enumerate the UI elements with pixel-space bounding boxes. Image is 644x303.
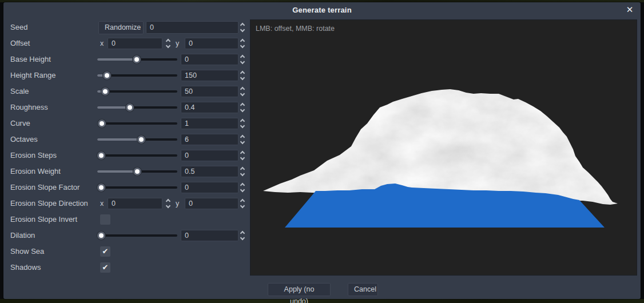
erosion-weight-spinner-icon[interactable]	[238, 164, 247, 180]
row-curve: Curve 1	[3, 115, 250, 131]
height-range-label: Height Range	[10, 67, 56, 83]
erosion-slope-direction-x-input[interactable]: 0	[108, 198, 162, 209]
erosion-slope-direction-label: Erosion Slope Direction	[10, 196, 88, 212]
row-show-sea: Show Sea ✔	[3, 244, 250, 260]
erosion-slope-direction-x-label: x	[100, 196, 104, 212]
row-scale: Scale 50	[3, 83, 250, 99]
scale-slider[interactable]	[97, 83, 177, 99]
seed-label: Seed	[10, 19, 27, 35]
roughness-slider[interactable]	[97, 99, 177, 115]
seed-spinner-icon[interactable]	[238, 19, 247, 35]
check-icon	[100, 214, 110, 225]
offset-x-spinner-icon[interactable]	[164, 35, 172, 51]
row-offset: Offset x 0 y 0	[3, 35, 250, 51]
octaves-label: Octaves	[10, 131, 38, 147]
base-height-slider[interactable]	[97, 51, 177, 67]
roughness-input[interactable]: 0.4	[181, 102, 238, 113]
erosion-slope-direction-x-spinner-icon[interactable]	[164, 196, 172, 212]
background-edge-bottom	[0, 299, 644, 303]
erosion-slope-factor-spinner-icon[interactable]	[238, 180, 247, 196]
erosion-slope-factor-slider[interactable]	[97, 180, 177, 196]
height-range-spinner-icon[interactable]	[238, 67, 247, 83]
check-icon: ✔	[100, 246, 110, 257]
terrain-preview-svg	[251, 20, 638, 276]
erosion-steps-spinner-icon[interactable]	[238, 147, 247, 164]
row-height-range: Height Range 150	[3, 67, 250, 83]
scale-label: Scale	[10, 83, 29, 99]
curve-spinner-icon[interactable]	[238, 115, 247, 131]
row-erosion-slope-invert: Erosion Slope Invert	[3, 212, 250, 228]
erosion-slope-factor-label: Erosion Slope Factor	[10, 180, 79, 196]
base-height-spinner-icon[interactable]	[238, 51, 247, 67]
shadows-checkbox[interactable]: ✔	[100, 262, 110, 273]
erosion-slope-factor-input[interactable]: 0	[181, 182, 238, 193]
erosion-weight-slider[interactable]	[97, 164, 177, 180]
shadows-label: Shadows	[10, 260, 41, 276]
octaves-spinner-icon[interactable]	[238, 131, 247, 147]
erosion-weight-input[interactable]: 0.5	[181, 166, 238, 177]
dilation-spinner-icon[interactable]	[238, 228, 247, 244]
offset-y-input[interactable]: 0	[185, 38, 238, 49]
erosion-slope-direction-y-input[interactable]: 0	[185, 198, 238, 209]
octaves-slider[interactable]	[97, 131, 177, 147]
close-icon[interactable]: ✕	[624, 4, 635, 15]
offset-label: Offset	[10, 35, 30, 51]
show-sea-checkbox[interactable]: ✔	[100, 246, 110, 257]
row-base-height: Base Height 0	[3, 51, 250, 67]
row-dilation: Dilation 0	[3, 228, 250, 244]
offset-y-spinner-icon[interactable]	[238, 35, 247, 51]
height-range-slider[interactable]	[97, 67, 177, 83]
row-seed: Seed Randomize 0	[3, 19, 250, 35]
dilation-slider[interactable]	[97, 228, 177, 244]
dialog-title: Generate terrain	[3, 2, 641, 18]
row-erosion-weight: Erosion Weight 0.5	[3, 164, 250, 180]
base-height-input[interactable]: 0	[181, 54, 238, 65]
cancel-button[interactable]: Cancel	[348, 283, 378, 296]
offset-y-label: y	[176, 35, 179, 51]
erosion-weight-label: Erosion Weight	[10, 164, 61, 180]
randomize-button[interactable]: Randomize	[98, 21, 144, 34]
erosion-steps-slider[interactable]	[97, 147, 177, 164]
apply-button[interactable]: Apply (no undo)	[268, 283, 331, 296]
scale-input[interactable]: 50	[181, 86, 238, 97]
terrain-preview-viewport[interactable]: LMB: offset, MMB: rotate	[250, 19, 637, 276]
dialog-footer: Apply (no undo) Cancel	[3, 283, 641, 296]
curve-slider[interactable]	[97, 115, 177, 131]
octaves-input[interactable]: 6	[181, 134, 238, 145]
check-icon: ✔	[100, 262, 110, 273]
roughness-spinner-icon[interactable]	[238, 99, 247, 115]
erosion-slope-invert-checkbox[interactable]	[100, 214, 110, 225]
seed-input[interactable]: 0	[146, 21, 238, 34]
erosion-slope-invert-label: Erosion Slope Invert	[10, 212, 77, 228]
row-octaves: Octaves 6	[3, 131, 250, 147]
dialog-titlebar: Generate terrain ✕	[3, 2, 641, 18]
row-erosion-steps: Erosion Steps 0	[3, 147, 250, 164]
row-erosion-slope-factor: Erosion Slope Factor 0	[3, 180, 250, 196]
scale-spinner-icon[interactable]	[238, 83, 247, 99]
generate-terrain-dialog: Generate terrain ✕ Seed Randomize 0 Offs…	[3, 2, 641, 299]
dilation-input[interactable]: 0	[181, 230, 238, 241]
offset-x-input[interactable]: 0	[108, 38, 162, 49]
row-shadows: Shadows ✔	[3, 260, 250, 276]
row-roughness: Roughness 0.4	[3, 99, 250, 115]
curve-label: Curve	[10, 115, 30, 131]
preview-hint-text: LMB: offset, MMB: rotate	[256, 25, 335, 33]
erosion-steps-input[interactable]: 0	[181, 150, 238, 161]
screen: Generate terrain ✕ Seed Randomize 0 Offs…	[0, 0, 644, 303]
offset-x-label: x	[100, 35, 104, 51]
show-sea-label: Show Sea	[10, 244, 44, 260]
row-erosion-slope-direction: Erosion Slope Direction x 0 y 0	[3, 196, 250, 212]
base-height-label: Base Height	[10, 51, 51, 67]
height-range-input[interactable]: 150	[181, 70, 238, 81]
erosion-slope-direction-y-label: y	[176, 196, 179, 212]
terrain-mesh	[263, 89, 618, 205]
erosion-slope-direction-y-spinner-icon[interactable]	[238, 196, 247, 212]
erosion-steps-label: Erosion Steps	[10, 147, 57, 164]
roughness-label: Roughness	[10, 99, 48, 115]
curve-input[interactable]: 1	[181, 118, 238, 129]
dilation-label: Dilation	[10, 228, 35, 244]
terrain-settings-form: Seed Randomize 0 Offset x 0 y 0 Base Hei…	[3, 18, 250, 276]
